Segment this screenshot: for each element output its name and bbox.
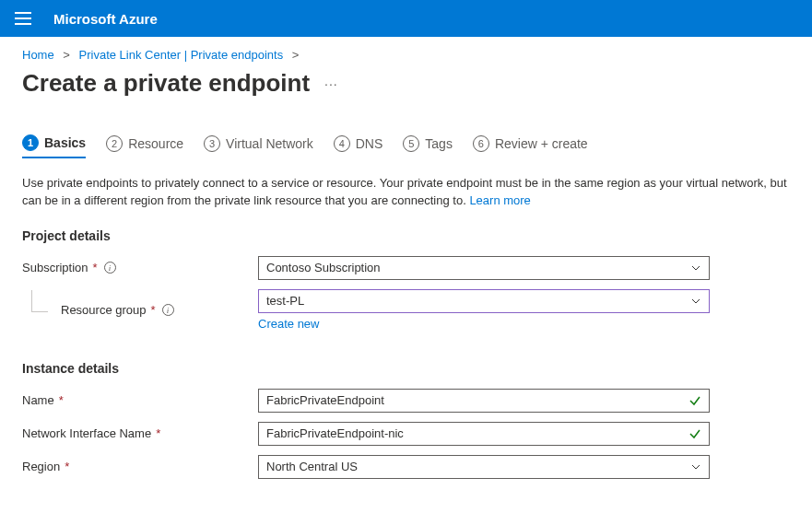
resource-group-value: test-PL [266,294,304,308]
nic-label: Network Interface Name [22,426,151,440]
info-icon[interactable]: i [162,304,174,316]
tab-number-badge: 3 [204,135,220,152]
tab-label: Resource [128,136,183,151]
chevron-down-icon [690,262,701,274]
name-label: Name [22,393,54,407]
chevron-down-icon [690,296,701,307]
tab-resource[interactable]: 2 Resource [106,134,183,158]
project-details-heading: Project details [22,228,790,243]
tab-tags[interactable]: 5 Tags [403,134,453,158]
breadcrumb-link-center[interactable]: Private Link Center | Private endpoints [79,48,284,62]
tab-label: Review + create [495,136,588,151]
intro-text: Use private endpoints to privately conne… [22,175,790,210]
tab-number-badge: 4 [334,135,350,152]
name-input[interactable]: FabricPrivateEndpoint [258,389,710,413]
breadcrumb: Home > Private Link Center | Private end… [22,48,790,62]
nic-value: FabricPrivateEndpoint-nic [266,426,404,440]
check-icon [688,394,701,407]
tab-review-create[interactable]: 6 Review + create [473,134,588,158]
required-asterisk: * [151,303,156,317]
chevron-right-icon: > [63,48,70,62]
resource-group-label: Resource group [61,303,147,317]
brand-label: Microsoft Azure [53,11,158,27]
required-asterisk: * [65,460,69,473]
tab-label: Virtual Network [226,136,313,151]
tab-number-badge: 6 [473,135,489,152]
breadcrumb-home[interactable]: Home [22,48,54,62]
learn-more-link[interactable]: Learn more [469,193,530,207]
subscription-label: Subscription [22,261,88,274]
chevron-right-icon: > [292,48,300,62]
tab-label: Tags [425,136,453,151]
subscription-select[interactable]: Contoso Subscription [258,256,710,280]
required-asterisk: * [156,426,160,440]
chevron-down-icon [690,461,701,472]
tab-label: DNS [356,136,383,151]
tab-virtual-network[interactable]: 3 Virtual Network [204,134,313,158]
intro-body: Use private endpoints to privately conne… [22,176,787,207]
resource-group-select[interactable]: test-PL [258,289,710,313]
tab-basics[interactable]: 1 Basics [22,134,86,158]
instance-details-heading: Instance details [22,361,790,376]
required-asterisk: * [93,261,98,274]
subscription-value: Contoso Subscription [266,261,381,274]
tab-number-badge: 5 [403,135,419,152]
required-asterisk: * [59,393,64,407]
check-icon [688,427,701,440]
tab-dns[interactable]: 4 DNS [334,134,383,158]
tab-number-badge: 1 [22,134,39,151]
create-new-link[interactable]: Create new [258,317,319,331]
info-icon[interactable]: i [104,262,116,274]
page-title: Create a private endpoint [22,69,310,98]
region-label: Region [22,460,60,473]
tab-label: Basics [44,135,86,150]
tab-number-badge: 2 [106,135,123,152]
name-value: FabricPrivateEndpoint [266,393,384,407]
wizard-tabs: 1 Basics 2 Resource 3 Virtual Network 4 … [22,134,790,158]
more-actions-button[interactable]: ··· [324,76,338,91]
region-select[interactable]: North Central US [258,455,710,479]
menu-icon[interactable] [15,12,31,25]
region-value: North Central US [266,460,358,473]
tree-indent-marker [31,290,48,312]
nic-input[interactable]: FabricPrivateEndpoint-nic [258,422,710,446]
